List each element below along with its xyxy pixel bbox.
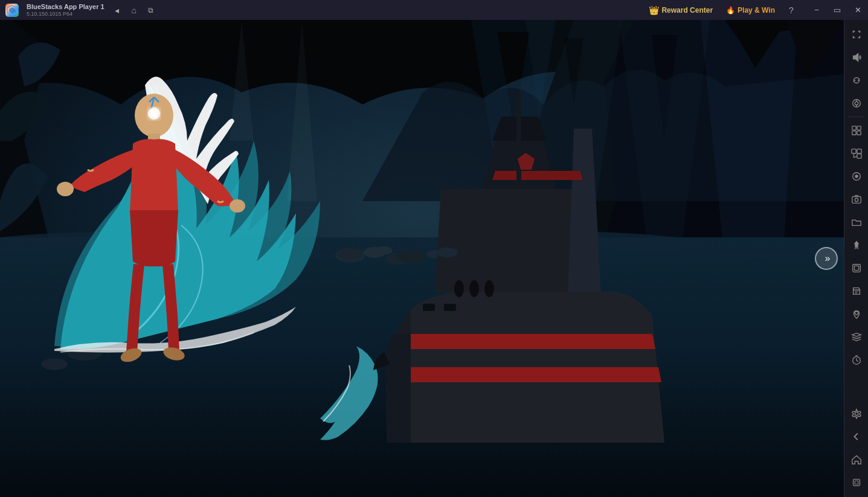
close-button[interactable]: ✕	[847, 0, 868, 20]
svg-point-25	[338, 249, 362, 260]
sidebar-rotate-button[interactable]	[846, 69, 867, 91]
svg-point-55	[855, 412, 858, 415]
svg-point-19	[454, 280, 464, 297]
svg-point-27	[396, 251, 426, 263]
svg-rect-23	[444, 304, 456, 311]
play-win-icon: 🔥	[726, 6, 735, 14]
sidebar-eco-button[interactable]	[846, 257, 867, 279]
svg-rect-44	[852, 197, 860, 204]
back-button[interactable]: ◂	[109, 4, 125, 17]
layers-icon	[851, 332, 862, 342]
app-name: BlueStacks App Player 1	[27, 3, 104, 11]
svg-point-20	[469, 280, 479, 297]
boost-icon	[851, 240, 862, 251]
titlebar: BlueStacks App Player 1 5.10.150.1015 P6…	[0, 0, 868, 20]
settings-icon	[851, 408, 862, 419]
folder-icon	[851, 217, 862, 228]
svg-rect-35	[852, 131, 855, 135]
window-controls: − ▭ ✕	[806, 0, 868, 20]
minimize-button[interactable]: −	[806, 0, 827, 20]
sidebar-screenshot-button[interactable]	[846, 188, 867, 210]
game-area: »	[0, 20, 844, 497]
svg-rect-39	[857, 154, 861, 158]
sidebar-boost-button[interactable]	[846, 234, 867, 256]
sidebar-settings-button[interactable]	[846, 403, 867, 425]
macro-icon	[851, 171, 862, 182]
help-button[interactable]: ?	[783, 2, 799, 18]
reward-center-label: Reward Center	[661, 6, 713, 14]
sidebar-gyro-button[interactable]	[846, 92, 867, 114]
recent-apps-icon	[851, 477, 862, 488]
chevron-right-icon: »	[825, 253, 828, 264]
svg-rect-36	[857, 131, 860, 135]
app-title-section: BlueStacks App Player 1 5.10.150.1015 P6…	[27, 3, 104, 18]
svg-point-45	[855, 198, 858, 201]
svg-line-53	[857, 361, 858, 362]
sidebar-home-button[interactable]	[846, 449, 867, 470]
home-button[interactable]: ⌂	[126, 4, 142, 17]
svg-point-26	[375, 246, 393, 255]
svg-rect-37	[851, 149, 855, 153]
sidebar-script-button[interactable]	[846, 280, 867, 302]
svg-rect-22	[423, 304, 435, 311]
rotate-icon	[851, 75, 862, 86]
sidebar-bottom	[846, 403, 867, 497]
bs-logo-svg	[7, 5, 18, 16]
svg-point-28	[436, 248, 458, 257]
svg-rect-57	[855, 481, 858, 484]
svg-rect-38	[857, 149, 861, 153]
back-arrow-icon	[851, 431, 862, 442]
screenshot-icon	[851, 194, 862, 205]
volume-icon	[851, 52, 862, 63]
location-icon	[851, 309, 862, 319]
titlebar-center: 👑 Reward Center 🔥 Play & Win ?	[159, 2, 804, 18]
svg-point-13	[57, 182, 74, 196]
eco-icon	[851, 263, 862, 274]
multi-instance-icon	[851, 125, 862, 136]
sidebar-sync-button[interactable]	[846, 143, 867, 164]
game-scene-svg	[0, 20, 844, 497]
svg-rect-34	[857, 126, 860, 130]
svg-rect-24	[516, 92, 521, 189]
svg-point-18	[150, 110, 158, 117]
multi-instance-button[interactable]: ⧉	[143, 4, 159, 17]
right-sidebar	[844, 20, 868, 497]
home-icon	[851, 454, 862, 465]
svg-rect-46	[852, 265, 860, 272]
sidebar-fullscreen-button[interactable]	[846, 24, 867, 45]
gyro-icon	[851, 98, 862, 109]
svg-point-14	[230, 199, 245, 213]
svg-line-41	[854, 156, 857, 158]
sidebar-timer-button[interactable]	[846, 349, 867, 371]
svg-point-21	[484, 280, 494, 297]
sidebar-back-button[interactable]	[846, 426, 867, 447]
maximize-button[interactable]: ▭	[827, 0, 847, 20]
sidebar-volume-button[interactable]	[846, 46, 867, 68]
svg-point-50	[855, 312, 858, 315]
sidebar-divider-1	[848, 117, 865, 117]
svg-rect-47	[854, 266, 858, 270]
sidebar-recent-button[interactable]	[846, 472, 867, 493]
svg-marker-1	[9, 7, 15, 13]
sidebar-location-button[interactable]	[846, 303, 867, 325]
svg-rect-56	[853, 479, 860, 486]
sidebar-folder-button[interactable]	[846, 211, 867, 233]
fullscreen-icon	[851, 29, 862, 40]
sidebar-macro-button[interactable]	[846, 165, 867, 187]
expand-button[interactable]: »	[815, 247, 838, 270]
svg-point-43	[855, 175, 858, 178]
timer-icon	[851, 354, 862, 365]
reward-crown-icon: 👑	[649, 5, 659, 15]
script-icon	[851, 286, 862, 297]
app-version: 5.10.150.1015 P64	[27, 11, 104, 18]
sidebar-multi-instance-button[interactable]	[846, 120, 867, 141]
reward-center-button[interactable]: 👑 Reward Center	[644, 4, 718, 16]
titlebar-nav: ◂ ⌂ ⧉	[109, 4, 159, 17]
svg-point-10	[41, 358, 68, 370]
sidebar-layers-button[interactable]	[846, 326, 867, 348]
svg-point-30	[855, 101, 858, 104]
play-win-label: Play & Win	[738, 6, 775, 14]
app-logo	[0, 0, 24, 20]
bluestacks-logo	[5, 4, 19, 17]
play-win-button[interactable]: 🔥 Play & Win	[721, 5, 780, 16]
